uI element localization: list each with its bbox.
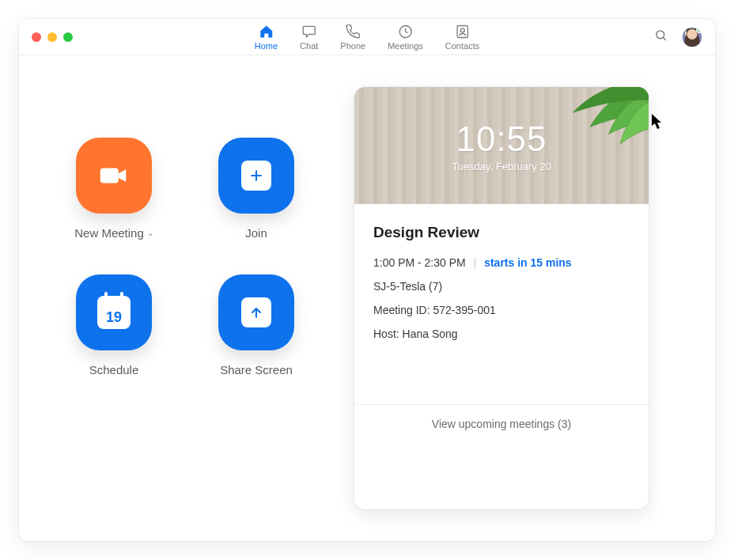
meeting-host: Host: Hana Song	[373, 326, 630, 342]
tab-label: Phone	[340, 41, 365, 51]
presence-indicator	[696, 27, 702, 33]
clock-date: Tuesday, February 20	[452, 161, 551, 172]
maximize-window[interactable]	[63, 32, 73, 42]
tab-label: Chat	[300, 41, 318, 51]
avatar[interactable]	[682, 27, 702, 47]
meeting-starts-in: starts in 15 mins	[484, 256, 572, 269]
tab-meetings[interactable]: Meetings	[388, 24, 423, 51]
svg-point-2	[460, 28, 464, 32]
meeting-card: 10:55 Tuesday, February 20 Design Review…	[354, 87, 649, 509]
contacts-icon	[455, 24, 471, 40]
join-button[interactable]: Join	[201, 138, 312, 240]
svg-rect-4	[100, 168, 119, 183]
plus-icon	[241, 161, 271, 191]
arrow-up-icon	[241, 297, 271, 327]
tab-contacts[interactable]: Contacts	[445, 24, 479, 51]
new-meeting-button[interactable]: New Meeting ⌄	[59, 138, 169, 240]
view-upcoming-meetings[interactable]: View upcoming meetings (3)	[354, 404, 649, 443]
main-tabs: Home Chat Phone Meetings	[255, 24, 479, 51]
tab-label: Home	[255, 41, 278, 51]
action-label: Schedule	[89, 363, 139, 376]
action-label: Share Screen	[220, 363, 293, 376]
clock-hero: 10:55 Tuesday, February 20	[354, 87, 649, 204]
phone-icon	[345, 24, 361, 40]
meeting-details: Design Review 1:00 PM - 2:30 PM | starts…	[354, 204, 649, 404]
minimize-window[interactable]	[47, 32, 57, 42]
tab-home[interactable]: Home	[255, 24, 278, 51]
action-label: Join	[245, 226, 267, 240]
action-label: New Meeting	[74, 226, 144, 240]
separator: |	[474, 256, 477, 269]
clock-time: 10:55	[456, 119, 547, 159]
window-controls	[32, 32, 73, 42]
home-icon	[258, 24, 274, 40]
meeting-time-range: 1:00 PM - 2:30 PM	[373, 256, 466, 269]
close-window[interactable]	[32, 32, 41, 42]
meeting-title: Design Review	[373, 221, 630, 244]
svg-point-3	[656, 31, 664, 39]
calendar-icon: 19	[106, 309, 122, 326]
schedule-button[interactable]: 19 Schedule	[59, 274, 169, 376]
search-icon[interactable]	[654, 28, 668, 45]
chat-icon	[301, 24, 317, 40]
titlebar: Home Chat Phone Meetings	[19, 19, 715, 55]
meeting-room: SJ-5-Tesla (7)	[373, 278, 630, 294]
tab-label: Contacts	[445, 41, 479, 51]
app-window: Home Chat Phone Meetings	[19, 19, 715, 541]
video-camera-icon	[76, 138, 152, 214]
leaf-decoration	[538, 87, 649, 163]
share-screen-button[interactable]: Share Screen	[201, 274, 312, 376]
meeting-id: Meeting ID: 572-395-001	[373, 302, 630, 318]
tab-phone[interactable]: Phone	[340, 24, 365, 51]
svg-rect-1	[457, 25, 467, 37]
upcoming-label: View upcoming meetings (3)	[432, 418, 571, 430]
clock-icon	[397, 24, 413, 40]
action-grid: New Meeting ⌄ Join 19	[51, 87, 312, 509]
tab-chat[interactable]: Chat	[300, 24, 318, 51]
tab-label: Meetings	[388, 41, 423, 51]
chevron-down-icon[interactable]: ⌄	[147, 229, 153, 237]
main-content: New Meeting ⌄ Join 19	[19, 55, 715, 541]
